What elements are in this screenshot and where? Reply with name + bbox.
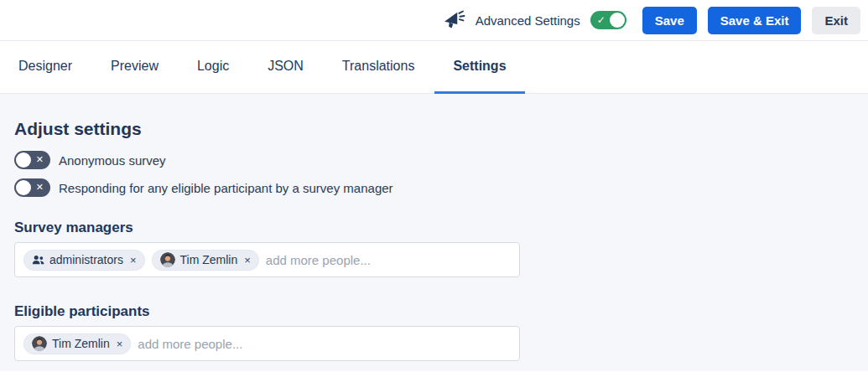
creator-tab-bar: Designer Preview Logic JSON Translations… (0, 41, 868, 94)
add-eligible-participant-input[interactable] (138, 337, 511, 351)
tag-label: Tim Zemlin (180, 253, 238, 266)
avatar (160, 252, 175, 267)
tag-administrators: administrators × (23, 250, 145, 271)
tab-json[interactable]: JSON (249, 41, 322, 94)
avatar (32, 336, 47, 351)
check-icon: ✓ (597, 15, 606, 25)
save-button[interactable]: Save (642, 7, 697, 34)
remove-tag-icon[interactable]: × (128, 255, 137, 266)
toggle-knob (610, 13, 625, 28)
users-group-icon (32, 254, 44, 266)
advanced-settings-toggle[interactable]: ✓ (590, 11, 626, 29)
toggle-knob (16, 152, 31, 168)
tab-settings[interactable]: Settings (434, 41, 524, 94)
save-and-exit-button[interactable]: Save & Exit (708, 7, 802, 34)
tab-designer[interactable]: Designer (0, 41, 91, 94)
tag-tim-zemlin: Tim Zemlin × (152, 250, 259, 271)
tag-label: administrators (49, 253, 123, 266)
toggle-knob (16, 180, 31, 195)
megaphone-icon (444, 9, 465, 31)
remove-tag-icon[interactable]: × (242, 255, 251, 266)
survey-managers-input[interactable]: administrators × Tim Zemlin × (14, 242, 520, 277)
tag-tim-zemlin: Tim Zemlin × (23, 333, 131, 354)
top-toolbar: Advanced Settings ✓ Save Save & Exit Exi… (0, 0, 868, 41)
x-icon: ✕ (36, 183, 44, 192)
add-survey-manager-input[interactable] (266, 253, 511, 267)
tab-logic[interactable]: Logic (179, 41, 247, 94)
anonymous-survey-label: Anonymous survey (59, 153, 166, 168)
responding-for-participant-label: Responding for any eligible participant … (59, 181, 393, 195)
tab-translations[interactable]: Translations (324, 41, 434, 94)
eligible-participants-heading: Eligible participants (14, 303, 868, 320)
x-icon: ✕ (36, 155, 44, 164)
exit-button[interactable]: Exit (812, 7, 860, 34)
tag-label: Tim Zemlin (52, 337, 110, 350)
page-title: Adjust settings (14, 119, 868, 139)
advanced-settings-label: Advanced Settings (476, 13, 580, 28)
advanced-settings-group: Advanced Settings ✓ (444, 9, 626, 31)
responding-for-participant-toggle[interactable]: ✕ (14, 178, 50, 197)
remove-tag-icon[interactable]: × (115, 338, 123, 349)
tab-preview[interactable]: Preview (92, 41, 177, 94)
responding-for-participant-row: ✕ Responding for any eligible participan… (14, 178, 868, 197)
anonymous-survey-row: ✕ Anonymous survey (14, 151, 868, 169)
eligible-participants-input[interactable]: Tim Zemlin × (14, 326, 520, 361)
settings-panel: Adjust settings ✕ Anonymous survey ✕ Res… (0, 94, 868, 371)
survey-managers-heading: Survey managers (14, 220, 868, 236)
anonymous-survey-toggle[interactable]: ✕ (14, 151, 50, 169)
